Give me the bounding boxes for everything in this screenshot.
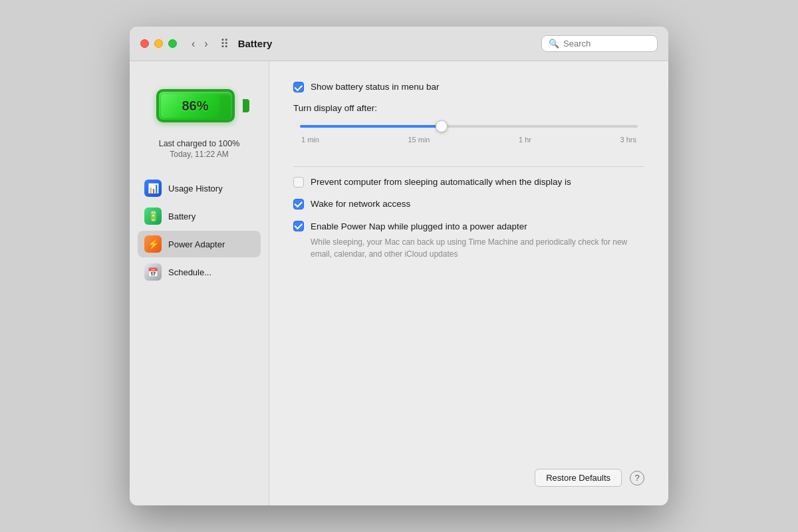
minimize-button[interactable] — [154, 39, 163, 48]
forward-button[interactable]: › — [201, 37, 210, 51]
wake-network-label: Wake for network access — [311, 198, 410, 211]
search-bar[interactable]: 🔍 — [541, 35, 658, 52]
power-adapter-label: Power Adapter — [168, 239, 225, 249]
enable-power-nap-row: Enable Power Nap while plugged into a po… — [293, 220, 644, 260]
enable-power-nap-label: Enable Power Nap while plugged into a po… — [311, 221, 527, 231]
close-button[interactable] — [140, 39, 149, 48]
power-adapter-icon: ⚡ — [144, 235, 162, 253]
help-button[interactable]: ? — [630, 471, 644, 485]
back-button[interactable]: ‹ — [189, 37, 198, 51]
usage-history-label: Usage History — [168, 184, 223, 194]
show-battery-status-label: Show battery status in menu bar — [311, 81, 440, 94]
traffic-lights — [140, 39, 177, 48]
power-nap-col: Enable Power Nap while plugged into a po… — [311, 220, 636, 260]
search-input[interactable] — [563, 39, 650, 49]
window-title: Battery — [238, 38, 541, 49]
content-area: 86% Last charged to 100% Today, 11:22 AM… — [130, 61, 668, 505]
schedule-icon: 📅 — [144, 263, 162, 281]
prevent-sleep-label: Prevent computer from sleeping automatic… — [311, 176, 571, 189]
slider-label-1hr: 1 hr — [519, 136, 531, 144]
divider-1 — [293, 166, 644, 167]
show-battery-status-checkbox[interactable] — [293, 82, 304, 92]
prevent-sleep-row: Prevent computer from sleeping automatic… — [293, 176, 644, 189]
show-battery-status-row: Show battery status in menu bar — [293, 81, 644, 94]
battery-tip — [243, 99, 249, 112]
prevent-sleep-checkbox[interactable] — [293, 177, 304, 188]
battery-nav-icon: 🔋 — [144, 207, 162, 225]
charged-time: Today, 11:22 AM — [159, 150, 240, 159]
slider-label-3hrs: 3 hrs — [620, 136, 636, 144]
nav-arrows: ‹ › — [189, 37, 211, 51]
system-preferences-window: ‹ › ⠿ Battery 🔍 86% Last charged — [130, 27, 668, 505]
sidebar: 86% Last charged to 100% Today, 11:22 AM… — [130, 61, 269, 505]
sidebar-item-usage-history[interactable]: 📊 Usage History — [138, 175, 261, 201]
battery-visual: 86% — [156, 84, 243, 127]
restore-defaults-button[interactable]: Restore Defaults — [535, 469, 622, 487]
wake-network-row: Wake for network access — [293, 198, 644, 211]
grid-icon[interactable]: ⠿ — [220, 37, 229, 51]
slider-labels: 1 min 15 min 1 hr 3 hrs — [300, 136, 638, 144]
sidebar-item-battery[interactable]: 🔋 Battery — [138, 203, 261, 229]
battery-nav-label: Battery — [168, 211, 196, 221]
main-panel: Show battery status in menu bar Turn dis… — [269, 61, 668, 505]
power-nap-description: While sleeping, your Mac can back up usi… — [311, 236, 636, 260]
slider-container: 1 min 15 min 1 hr 3 hrs — [293, 120, 644, 144]
slider-label-15min: 15 min — [408, 136, 430, 144]
search-icon: 🔍 — [549, 39, 559, 49]
display-off-section: Turn display off after: 1 min 15 min 1 h… — [293, 103, 644, 144]
enable-power-nap-checkbox[interactable] — [293, 221, 304, 231]
titlebar: ‹ › ⠿ Battery 🔍 — [130, 27, 668, 61]
usage-history-icon: 📊 — [144, 180, 162, 197]
slider-track — [300, 125, 638, 128]
slider-fill — [300, 125, 442, 128]
battery-info: Last charged to 100% Today, 11:22 AM — [159, 139, 240, 159]
schedule-label: Schedule... — [168, 267, 211, 277]
battery-icon-wrap: 86% — [156, 84, 243, 127]
sidebar-nav: 📊 Usage History 🔋 Battery ⚡ Power Adapte… — [138, 175, 261, 285]
sidebar-item-power-adapter[interactable]: ⚡ Power Adapter — [138, 231, 261, 257]
battery-percent: 86% — [156, 84, 235, 128]
last-charged-label: Last charged to 100% — [159, 139, 240, 148]
wake-network-checkbox[interactable] — [293, 199, 304, 209]
slider-track-wrap — [300, 120, 638, 133]
slider-label-1min: 1 min — [301, 136, 319, 144]
sidebar-item-schedule[interactable]: 📅 Schedule... — [138, 259, 261, 285]
turn-display-off-label: Turn display off after: — [293, 103, 644, 113]
zoom-button[interactable] — [168, 39, 177, 48]
slider-thumb[interactable] — [436, 120, 448, 132]
bottom-bar: Restore Defaults ? — [293, 461, 644, 492]
